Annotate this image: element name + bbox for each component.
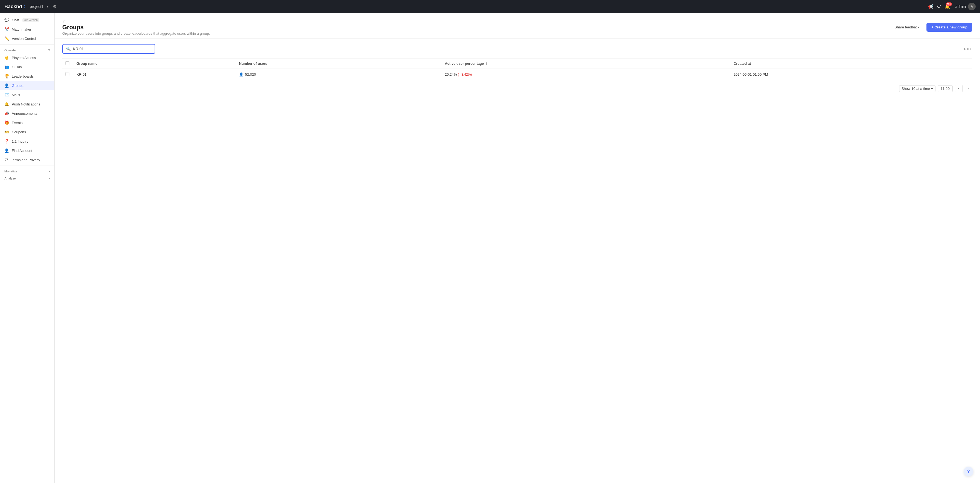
sidebar-item-label: Mails <box>12 93 20 97</box>
settings-icon[interactable]: ⚙ <box>53 4 57 9</box>
notification-icon[interactable]: 🔔 99+ <box>945 4 950 9</box>
user-menu[interactable]: admin A <box>955 3 976 10</box>
sidebar-item-announcements[interactable]: 📣 Announcements <box>0 109 54 118</box>
sidebar-item-label: Guilds <box>12 65 22 69</box>
page-subtitle: Organize your users into groups and crea… <box>62 32 210 35</box>
sidebar: 💬 Chat Old version ✂️ Matchmaker ✏️ Vers… <box>0 13 55 483</box>
inquiry-icon: ❓ <box>4 139 9 143</box>
sidebar-item-label: Announcements <box>12 112 37 116</box>
layout: 💬 Chat Old version ✂️ Matchmaker ✏️ Vers… <box>0 13 980 483</box>
version-control-icon: ✏️ <box>4 36 9 41</box>
push-notifications-icon: 🔔 <box>4 102 9 106</box>
logo[interactable]: Backnd: <box>4 4 25 10</box>
logo-dot: : <box>24 4 25 10</box>
monetize-chevron-icon: › <box>49 170 50 173</box>
coupons-icon: 🎫 <box>4 130 9 134</box>
sidebar-section-monetize[interactable]: Monetize › <box>0 167 54 174</box>
table-row: KR-01 👤 52,020 20.24% (↑ 3.42%) <box>62 69 972 80</box>
search-input[interactable] <box>73 47 151 51</box>
row-active-pct: 20.24% (↑ 3.42%) <box>441 69 730 80</box>
leaderboards-icon: 🏆 <box>4 74 9 78</box>
show-count-label: Show 10 at a time <box>902 87 930 91</box>
operate-chevron-icon: ▾ <box>48 48 50 52</box>
sidebar-section-operate[interactable]: Operate ▾ <box>0 46 54 53</box>
sidebar-item-label: Matchmaker <box>12 27 32 32</box>
analyze-label: Analyze <box>4 177 16 180</box>
sidebar-item-leaderboards[interactable]: 🏆 Leaderboards <box>0 72 54 81</box>
favorite-icon[interactable]: ☆ <box>62 19 66 24</box>
search-bar: 🔍 <box>62 44 155 54</box>
megaphone-icon[interactable]: 📢 <box>928 4 934 9</box>
pagination-prev-button[interactable]: ‹ <box>955 85 963 92</box>
sidebar-item-label: Find Account <box>12 148 32 153</box>
pagination-row: Show 10 at a time ▾ 11-20 ‹ › <box>62 85 972 92</box>
col-created-at: Created at <box>730 59 972 69</box>
matchmaker-icon: ✂️ <box>4 27 9 32</box>
notification-badge: 99+ <box>946 2 952 6</box>
sidebar-item-chat[interactable]: 💬 Chat Old version <box>0 15 54 25</box>
active-pct-info-icon[interactable]: ℹ <box>486 62 487 65</box>
percentage-up-indicator: (↑ 3.42%) <box>458 73 472 77</box>
sidebar-item-label: Coupons <box>12 130 26 134</box>
sidebar-item-label: Push Notifications <box>12 102 40 106</box>
events-icon: 🎁 <box>4 121 9 125</box>
search-icon: 🔍 <box>66 47 71 51</box>
header-actions: Share feedback + Create a new group <box>891 23 972 32</box>
guilds-icon: 👥 <box>4 65 9 69</box>
pagination-count: 1/100 <box>963 47 972 51</box>
show-count-select[interactable]: Show 10 at a time ▾ <box>899 85 935 92</box>
sidebar-item-events[interactable]: 🎁 Events <box>0 118 54 127</box>
sidebar-item-version-control[interactable]: ✏️ Version Control <box>0 34 54 43</box>
main-content: ☆ Groups Organize your users into groups… <box>55 13 980 483</box>
sidebar-item-guilds[interactable]: 👥 Guilds <box>0 62 54 72</box>
sidebar-item-matchmaker[interactable]: ✂️ Matchmaker <box>0 25 54 34</box>
sidebar-item-mails[interactable]: ✉️ Mails <box>0 90 54 99</box>
chat-icon: 💬 <box>4 18 9 22</box>
col-active-pct: Active user percentage ℹ <box>441 59 730 69</box>
col-group-name: Group name <box>73 59 236 69</box>
sidebar-item-label: Players Access <box>12 56 36 60</box>
chat-tag: Old version <box>22 18 39 22</box>
sidebar-item-terms-privacy[interactable]: 🛡 Terms and Privacy <box>0 155 54 164</box>
find-account-icon: 👤 <box>4 148 9 153</box>
sidebar-item-inquiry[interactable]: ❓ 1:1 Inquiry <box>0 137 54 146</box>
groups-icon: 👤 <box>4 83 9 88</box>
pagination-next-button[interactable]: › <box>965 85 972 92</box>
sidebar-item-label: Chat <box>12 18 19 22</box>
terms-privacy-icon: 🛡 <box>4 158 8 162</box>
sidebar-item-label: Groups <box>12 84 24 88</box>
sidebar-item-label: Version Control <box>12 37 36 41</box>
sidebar-item-push-notifications[interactable]: 🔔 Push Notifications <box>0 99 54 109</box>
share-feedback-button[interactable]: Share feedback <box>891 23 923 32</box>
row-created-at: 2024-06-01 01:50 PM <box>730 69 972 80</box>
pagination-pages: 11-20 <box>938 85 953 92</box>
row-group-name[interactable]: KR-01 <box>73 69 236 80</box>
select-all-checkbox[interactable] <box>65 61 69 65</box>
groups-table: Group name Number of users Active user p… <box>62 58 972 80</box>
page-title-area: ☆ Groups Organize your users into groups… <box>62 19 210 35</box>
create-group-button[interactable]: + Create a new group <box>926 23 972 32</box>
username: admin <box>955 4 966 9</box>
row-checkbox-cell <box>62 69 73 80</box>
row-checkbox[interactable] <box>65 72 69 76</box>
monetize-label: Monetize <box>4 170 17 173</box>
sidebar-item-coupons[interactable]: 🎫 Coupons <box>0 127 54 137</box>
sidebar-item-find-account[interactable]: 👤 Find Account <box>0 146 54 155</box>
avatar: A <box>968 3 976 10</box>
sidebar-section-analyze[interactable]: Analyze › <box>0 174 54 181</box>
col-num-users: Number of users <box>236 59 441 69</box>
help-button[interactable]: ? <box>964 467 974 477</box>
mails-icon: ✉️ <box>4 92 9 97</box>
sidebar-item-label: 1:1 Inquiry <box>12 139 29 143</box>
page-header: ☆ Groups Organize your users into groups… <box>55 13 980 38</box>
project-chevron-icon[interactable]: ▾ <box>47 5 48 8</box>
col-checkbox <box>62 59 73 69</box>
sidebar-item-players-access[interactable]: 🖐 Players Access <box>0 53 54 62</box>
analyze-chevron-icon: › <box>49 177 50 180</box>
shield-icon[interactable]: 🛡 <box>937 4 941 9</box>
announcements-icon: 📣 <box>4 111 9 116</box>
sidebar-item-groups[interactable]: 👤 Groups <box>0 81 54 90</box>
players-access-icon: 🖐 <box>4 56 9 60</box>
logo-text: Backnd <box>4 4 22 10</box>
row-num-users: 👤 52,020 <box>236 69 441 80</box>
